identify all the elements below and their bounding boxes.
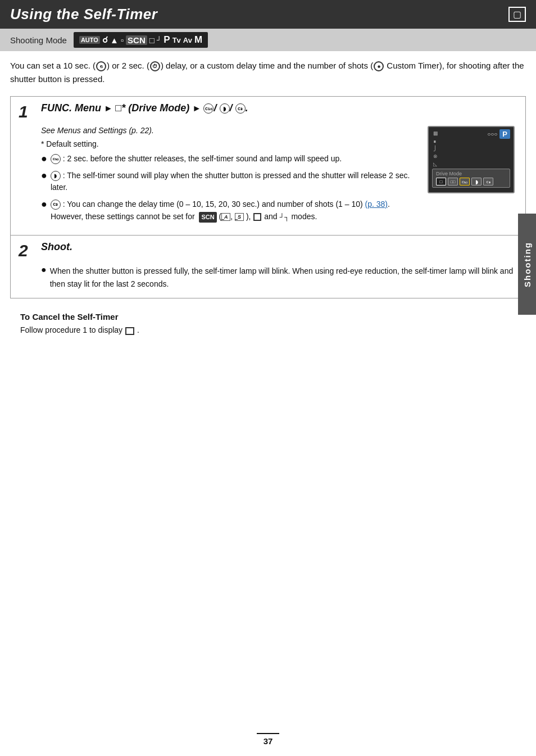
- cam-icon-1: ▩: [433, 130, 438, 137]
- main-content: You can set a 10 sec. (⎋) or 2 sec. (⏱) …: [0, 51, 536, 352]
- step-1-title: FUNC. Menu ► □* (Drive Mode) ► c₁₀/ ◗/ c…: [41, 102, 517, 114]
- step-2-bullet: ● When the shutter button is pressed ful…: [41, 265, 517, 290]
- step-1-body: See Menus and Settings (p. 22). * Defaul…: [11, 126, 525, 235]
- auto-badge: AUTO: [79, 36, 100, 44]
- step-1-number: 1: [19, 103, 35, 120]
- step-2-body: ● When the shutter button is pressed ful…: [11, 265, 525, 298]
- step-1-header: 1 FUNC. Menu ► □* (Drive Mode) ► c₁₀/ ◗/…: [11, 97, 525, 126]
- shooting-mode-label: Shooting Mode: [10, 35, 67, 45]
- scn-label: SCN: [126, 35, 147, 45]
- step-1-text: See Menus and Settings (p. 22). * Defaul…: [41, 126, 420, 227]
- steps-container: 1 FUNC. Menu ► □* (Drive Mode) ► c₁₀/ ◗/…: [10, 96, 526, 298]
- drive-mode-bar: Drive Mode □ □□ c₁₀ ◗ c₃: [432, 169, 510, 188]
- camera-screen: ○○○ P ▩ ∎ ⎭ ⊗ ◺ ◎: [428, 126, 515, 193]
- cancel-text: Follow procedure 1 to display .: [20, 324, 516, 336]
- cam-icon-5: ◺: [433, 161, 438, 168]
- step-1: 1 FUNC. Menu ► □* (Drive Mode) ► c₁₀/ ◗/…: [11, 97, 525, 236]
- cancel-title: To Cancel the Self-Timer: [20, 312, 516, 322]
- step-1-inner: See Menus and Settings (p. 22). * Defaul…: [41, 126, 517, 227]
- default-note: * Default setting.: [41, 139, 420, 148]
- cam-icon-2: ∎: [433, 138, 438, 145]
- sidebar-label: Shooting: [523, 242, 532, 287]
- step-2-title: Shoot.: [41, 241, 517, 253]
- shooting-mode-bar: Shooting Mode AUTO ☌ ▲ ▫ SCN □ ┘ P Tv Av…: [0, 29, 536, 51]
- ref-link-38[interactable]: (p. 38): [365, 200, 388, 209]
- camera-icon: ▢: [508, 7, 526, 22]
- bullet-2-text: ◗ : The self-timer sound will play when …: [51, 170, 420, 194]
- cam-icon-3: ⎭: [433, 146, 438, 152]
- intro-text: You can set a 10 sec. (⎋) or 2 sec. (⏱) …: [10, 59, 526, 86]
- cam-icon-4: ⊗: [433, 153, 438, 160]
- timer2-icon: ⏱: [150, 61, 160, 71]
- step-2-header: 2 Shoot.: [11, 236, 525, 265]
- bullet-1: ● c₁₀ : 2 sec. before the shutter releas…: [41, 153, 420, 165]
- scn-badge-inline: SCN: [199, 212, 216, 223]
- step-2: 2 Shoot. ● When the shutter button is pr…: [11, 236, 525, 298]
- drive-mode-icons: □ □□ c₁₀ ◗ c₃: [436, 178, 506, 185]
- bullet-1-text: c₁₀ : 2 sec. before the shutter releases…: [51, 153, 342, 165]
- right-sidebar-tab: Shooting: [518, 214, 536, 315]
- page-number: 37: [257, 733, 279, 746]
- cancel-box-icon: [125, 327, 134, 335]
- bullet-3: ● c₃ : You can change the delay time (0 …: [41, 198, 420, 223]
- bullet-2: ● ◗ : The self-timer sound will play whe…: [41, 170, 420, 194]
- drive-box-icon: [253, 213, 261, 221]
- drive-icon-5: c₃: [483, 178, 493, 185]
- page-wrapper: Using the Self-Timer ▢ Shooting Mode AUT…: [0, 0, 536, 756]
- bullet-list: ● c₁₀ : 2 sec. before the shutter releas…: [41, 153, 420, 223]
- timercustom-icon: ⎈: [374, 61, 384, 71]
- header-bar: Using the Self-Timer ▢: [0, 0, 536, 29]
- bullet-3-text: c₃ : You can change the delay time (0 – …: [51, 198, 420, 223]
- camera-top-row: ○○○ P: [487, 129, 510, 139]
- drive-icon-2: □□: [448, 178, 458, 185]
- step-2-number: 2: [19, 242, 35, 259]
- page-title: Using the Self-Timer: [10, 6, 157, 23]
- p-badge: P: [499, 129, 510, 139]
- drive-icon-3: c₁₀: [460, 178, 470, 185]
- step-2-text: When the shutter button is pressed fully…: [50, 265, 517, 290]
- drive-icon-1: □: [436, 178, 446, 185]
- cancel-section: To Cancel the Self-Timer Follow procedur…: [10, 309, 526, 344]
- mode-icons-box: AUTO ☌ ▲ ▫ SCN □ ┘ P Tv Av M: [74, 32, 208, 48]
- camera-circles: ○○○: [487, 131, 497, 137]
- step-image-col: ○○○ P ▩ ∎ ⎭ ⊗ ◺ ◎: [428, 126, 517, 193]
- see-menus-note: See Menus and Settings (p. 22).: [41, 126, 420, 135]
- drive-mode-label: Drive Mode: [436, 171, 506, 176]
- drive-icon-4: ◗: [471, 178, 482, 185]
- timer10-icon: ⎋: [96, 61, 106, 71]
